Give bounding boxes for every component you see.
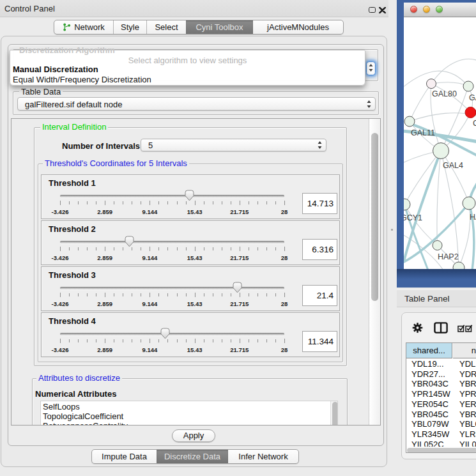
table-row[interactable]: YBL079WYBL0 [406, 419, 476, 429]
settings-scrollbar[interactable] [369, 119, 380, 425]
network-edge[interactable] [431, 82, 468, 86]
threshold-value-field[interactable]: 14.713 [302, 193, 337, 214]
network-node-cd[interactable] [465, 107, 476, 118]
checkbox-icon[interactable] [465, 325, 473, 332]
network-view-window: GAL80GACDGAL11GAL4GCY1HAHAP2 [397, 0, 476, 288]
apply-button[interactable]: Apply [172, 429, 215, 442]
slider-tick [231, 293, 231, 296]
tab-cyni-toolbox[interactable]: Cyni Toolbox [186, 20, 253, 34]
zoom-traffic-light-icon[interactable] [436, 6, 443, 13]
network-node-gal4[interactable] [433, 143, 449, 159]
tab-style[interactable]: Style [113, 20, 146, 34]
slider-tick [141, 247, 141, 250]
attribute-list-item[interactable]: BetweennessCentrality [43, 421, 128, 426]
slider-tick [69, 247, 70, 250]
network-node-hap2[interactable] [433, 241, 442, 250]
control-panel-tab-bar: NetworkStyleSelectCyni ToolboxjActiveMNo… [54, 20, 344, 35]
algorithm-option-manual[interactable]: Manual Discretization [13, 65, 98, 74]
network-node-gcy1[interactable] [404, 199, 410, 210]
table-data-combobox[interactable]: galFiltered.sif default node [17, 97, 376, 111]
tab-network[interactable]: Network [54, 20, 113, 34]
network-edge[interactable] [437, 151, 441, 245]
table-horizontal-scrollbar[interactable] [406, 447, 476, 453]
table-row[interactable]: YDL19...YDL1 [406, 359, 476, 369]
tab-infer-network[interactable]: Infer Network [228, 450, 298, 463]
algorithm-option-equal-width[interactable]: Equal Width/Frequency Discretization [13, 75, 151, 84]
network-edge[interactable] [441, 151, 469, 203]
table-panel-title: Table Panel [404, 294, 450, 303]
threshold-slider-track[interactable] [60, 287, 284, 289]
number-of-intervals-spinner[interactable]: 5 [141, 139, 326, 151]
network-node-gal11[interactable] [404, 116, 415, 127]
network-node-ga[interactable] [463, 81, 473, 91]
threshold-value-field[interactable]: 6.316 [302, 239, 337, 260]
tab-select[interactable]: Select [146, 20, 186, 34]
slider-tick-label: 28 [281, 346, 288, 353]
table-row[interactable]: YIL052CYIL0 [406, 440, 476, 447]
algorithm-prompt-option[interactable]: Select algorithm to view settings [10, 56, 365, 65]
slider-tick [177, 201, 178, 204]
tab-discretize-data[interactable]: Discretize Data [157, 450, 228, 463]
tab-impute-data[interactable]: Impute Data [92, 450, 157, 463]
attributes-list-scrollbar[interactable] [330, 401, 338, 426]
table-row[interactable]: YER054CYER0 [406, 399, 476, 410]
threshold-value-field[interactable]: 11.344 [302, 331, 337, 352]
slider-tick [60, 247, 61, 251]
table-row[interactable]: YDR27...YDR2 [406, 369, 476, 380]
attributes-scrollbar-thumb[interactable] [332, 402, 338, 426]
attribute-list-item[interactable]: SelfLoops [43, 402, 80, 411]
threshold-panel-4: Threshold 4-3.4262.8599.14415.4321.71528… [41, 312, 340, 357]
checkbox-icon[interactable] [457, 325, 465, 332]
float-window-icon[interactable] [369, 7, 376, 13]
close-traffic-light-icon[interactable] [410, 6, 418, 13]
table-row[interactable]: YPR145WYPR1 [406, 389, 476, 399]
threshold-label: Threshold 2 [49, 224, 96, 234]
slider-tick [204, 339, 204, 342]
slider-tick [195, 293, 196, 297]
threshold-panel-2: Threshold 2-3.4262.8599.14415.4321.71528… [41, 220, 340, 265]
slider-tick [213, 339, 213, 342]
table-row[interactable]: YBR043CYBR0 [406, 379, 476, 389]
table-header-shared-name[interactable]: shared... [406, 343, 452, 358]
threshold-slider-thumb[interactable] [160, 328, 170, 339]
threshold-slider-thumb[interactable] [233, 282, 242, 293]
table-hscrollbar-thumb[interactable] [407, 448, 476, 453]
columns-icon[interactable] [434, 322, 448, 334]
threshold-slider-thumb[interactable] [185, 190, 194, 201]
slider-tick [141, 339, 141, 342]
table-row[interactable]: YBR045CYBR0 [406, 410, 476, 420]
network-node-ha[interactable] [463, 197, 475, 210]
threshold-slider-thumb[interactable] [125, 236, 134, 247]
network-node-label: GA [469, 93, 476, 102]
cell-name: YDL1 [459, 359, 476, 369]
tab-jactivemnodules[interactable]: jActiveMNodules [253, 20, 343, 34]
slider-tick-label: -3.426 [52, 208, 69, 215]
gear-icon[interactable] [412, 322, 423, 334]
node-attribute-table[interactable]: shared... name YDL19...YDL1YDR27...YDR2Y… [406, 342, 476, 453]
numerical-attributes-list[interactable]: SelfLoopsTopologicalCoefficientBetweenne… [40, 401, 338, 426]
slider-tick [60, 201, 61, 205]
threshold-slider-track[interactable] [60, 241, 284, 243]
threshold-value-field[interactable]: 21.4 [302, 285, 337, 306]
slider-tick [123, 339, 123, 342]
slider-tick [213, 247, 213, 250]
tab-label: Cyni Toolbox [196, 22, 243, 32]
minimize-traffic-light-icon[interactable] [423, 6, 431, 13]
slider-tick [222, 293, 222, 296]
close-icon[interactable] [379, 7, 386, 13]
network-node-gal80[interactable] [427, 79, 436, 89]
slider-tick-label: 28 [281, 300, 288, 307]
slider-tick [96, 293, 96, 296]
slider-tick [105, 247, 105, 251]
algorithm-combobox-stepper[interactable] [366, 61, 376, 75]
threshold-slider-track[interactable] [60, 333, 284, 335]
network-canvas[interactable]: GAL80GACDGAL11GAL4GCY1HAHAP2 [404, 17, 476, 269]
network-edge[interactable] [404, 151, 441, 204]
attribute-list-item[interactable]: TopologicalCoefficient [43, 411, 123, 421]
split-pane-divider[interactable] [391, 229, 393, 231]
table-row[interactable]: YLR345WYLR3 [406, 429, 476, 440]
table-header-name[interactable]: name [453, 343, 476, 358]
settings-scrollbar-thumb[interactable] [371, 133, 378, 301]
slider-tick-label: 21.715 [230, 346, 249, 353]
threshold-slider-track[interactable] [60, 195, 284, 197]
